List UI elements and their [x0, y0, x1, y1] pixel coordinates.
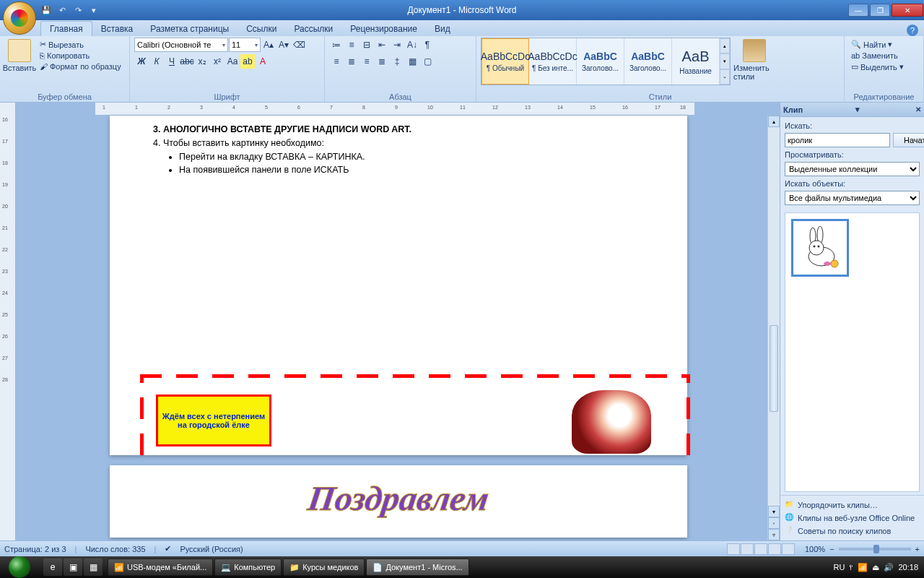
tray-safely-remove-icon[interactable]: ⏏: [872, 563, 879, 572]
next-page-icon[interactable]: ▿: [768, 529, 780, 540]
show-marks-icon[interactable]: ¶: [420, 38, 435, 52]
prev-page-icon[interactable]: ◦: [768, 517, 780, 529]
style-heading1[interactable]: AaBbCЗаголово...: [577, 38, 624, 85]
maximize-button[interactable]: ❐: [870, 4, 890, 17]
font-color-icon[interactable]: A: [256, 54, 270, 69]
tab-view[interactable]: Вид: [426, 22, 459, 36]
clip-online-link[interactable]: 🌐Клипы на веб-узле Office Online: [785, 512, 920, 525]
indent-inc-icon[interactable]: ⇥: [390, 38, 404, 52]
undo-icon[interactable]: ↶: [56, 4, 68, 16]
multilevel-icon[interactable]: ⊟: [359, 38, 374, 52]
vertical-ruler[interactable]: 161718 192021 222324 252627 28: [0, 103, 16, 540]
change-styles-button[interactable]: Изменить стили: [733, 38, 775, 81]
yellow-callout[interactable]: Ждём всех с нетерпением на городской ёлк…: [156, 394, 271, 447]
sort-icon[interactable]: A↓: [405, 38, 419, 52]
zoom-out-icon[interactable]: −: [829, 545, 834, 553]
clip-browse-select[interactable]: Выделенные коллекции: [785, 162, 920, 176]
clip-tips-link[interactable]: ❔Советы по поиску клипов: [785, 525, 920, 538]
redo-icon[interactable]: ↷: [72, 4, 84, 16]
clip-pane-menu-icon[interactable]: ▾: [855, 105, 860, 114]
tab-home[interactable]: Главная: [40, 21, 92, 36]
tab-mailings[interactable]: Рассылки: [285, 22, 341, 36]
santa-clipart[interactable]: [572, 390, 651, 454]
subscript-icon[interactable]: x₂: [195, 54, 209, 69]
tray-lang[interactable]: RU: [834, 563, 845, 571]
tray-network-icon[interactable]: ⫯: [849, 563, 853, 571]
underline-icon[interactable]: Ч: [165, 54, 179, 69]
scroll-thumb[interactable]: [770, 325, 778, 412]
word-count[interactable]: Число слов: 335: [85, 545, 145, 553]
minimize-button[interactable]: —: [848, 4, 868, 17]
clip-organize-link[interactable]: 📁Упорядочить клипы…: [785, 499, 920, 512]
clip-result-rabbit[interactable]: [791, 219, 849, 277]
justify-icon[interactable]: ≣: [375, 54, 389, 69]
numbering-icon[interactable]: ≡: [344, 38, 359, 52]
clip-go-button[interactable]: Начать: [893, 133, 924, 147]
align-right-icon[interactable]: ≡: [359, 54, 374, 69]
tab-references[interactable]: Ссылки: [237, 22, 285, 36]
style-normal[interactable]: AaBbCcDc¶ Обычный: [481, 38, 529, 85]
find-button[interactable]: 🔍 Найти ▾: [849, 39, 906, 50]
vertical-scrollbar[interactable]: ▴ ▾ ◦ ▿: [767, 116, 780, 540]
zoom-level[interactable]: 100%: [805, 545, 825, 553]
italic-icon[interactable]: К: [149, 54, 164, 69]
superscript-icon[interactable]: x²: [210, 54, 225, 69]
style-title[interactable]: АаВНазвание: [672, 38, 720, 85]
styles-gallery[interactable]: AaBbCcDc¶ Обычный AaBbCcDc¶ Без инте... …: [481, 38, 731, 85]
font-name-combo[interactable]: Calibri (Основной те▾: [134, 38, 228, 52]
scroll-down-icon[interactable]: ▾: [768, 506, 780, 517]
scroll-up-icon[interactable]: ▴: [768, 116, 780, 127]
spellcheck-icon[interactable]: ✔: [165, 544, 171, 553]
replace-button[interactable]: ab Заменить: [849, 51, 906, 61]
tab-insert[interactable]: Вставка: [92, 22, 142, 36]
zoom-in-icon[interactable]: +: [915, 545, 920, 553]
tab-page-layout[interactable]: Разметка страницы: [141, 22, 237, 36]
clip-search-input[interactable]: [785, 133, 890, 147]
clip-objects-select[interactable]: Все файлы мультимедиа: [785, 191, 920, 205]
tray-clock[interactable]: 20:18: [898, 563, 918, 571]
wordart-text[interactable]: Поздравлем: [107, 478, 690, 518]
shading-icon[interactable]: ▦: [405, 54, 419, 69]
tab-review[interactable]: Рецензирование: [341, 22, 426, 36]
cut-button[interactable]: ✂ Вырезать: [38, 39, 123, 50]
start-button[interactable]: [0, 556, 39, 578]
copy-button[interactable]: ⎘ Копировать: [38, 51, 123, 61]
explorer-icon[interactable]: ▣: [64, 558, 82, 576]
paste-button[interactable]: Вставить: [4, 38, 35, 72]
save-icon[interactable]: 💾: [40, 4, 52, 16]
align-left-icon[interactable]: ≡: [329, 54, 344, 69]
document-page-2[interactable]: Поздравлем: [110, 465, 687, 538]
format-painter-button[interactable]: 🖌 Формат по образцу: [38, 61, 123, 72]
change-case-icon[interactable]: Aa: [225, 54, 240, 69]
taskbar-computer[interactable]: 💻 Компьютер: [214, 558, 282, 576]
ie-icon[interactable]: e: [43, 558, 62, 576]
indent-dec-icon[interactable]: ⇤: [375, 38, 389, 52]
language-status[interactable]: Русский (Россия): [180, 545, 243, 553]
grow-font-icon[interactable]: A▴: [261, 38, 276, 52]
align-center-icon[interactable]: ≣: [344, 54, 359, 69]
office-button[interactable]: [3, 1, 36, 35]
shrink-font-icon[interactable]: A▾: [276, 38, 291, 52]
clip-pane-close-icon[interactable]: ✕: [915, 105, 921, 113]
document-page[interactable]: 3. АНОЛОГИЧНО ВСТАВТЕ ДРУГИЕ НАДПИСИ WOR…: [110, 116, 687, 455]
strike-icon[interactable]: abc: [180, 54, 194, 69]
bullets-icon[interactable]: ≔: [329, 38, 344, 52]
view-buttons[interactable]: [727, 543, 795, 555]
line-spacing-icon[interactable]: ‡: [390, 54, 404, 69]
select-button[interactable]: ▭ Выделить ▾: [849, 61, 906, 72]
borders-icon[interactable]: ▢: [420, 54, 435, 69]
gallery-scroll[interactable]: ▴▾⌄: [720, 38, 730, 85]
ql-icon[interactable]: ▦: [84, 558, 103, 576]
bold-icon[interactable]: Ж: [134, 54, 149, 69]
close-button[interactable]: ✕: [892, 4, 923, 17]
zoom-slider[interactable]: [839, 548, 911, 551]
help-icon[interactable]: ?: [907, 25, 918, 36]
taskbar-usb-modem[interactable]: 📶 USB-модем «Билай...: [108, 558, 213, 576]
style-no-spacing[interactable]: AaBbCcDc¶ Без инте...: [529, 38, 577, 85]
tray-wifi-icon[interactable]: 📶: [858, 563, 868, 572]
page-status[interactable]: Страница: 2 из 3: [4, 545, 66, 553]
font-size-combo[interactable]: 11▾: [229, 38, 261, 52]
taskbar-word[interactable]: 📄 Документ1 - Micros...: [366, 558, 468, 576]
horizontal-ruler[interactable]: 112 345 678 91011 121314 151617 18: [95, 103, 694, 116]
style-heading2[interactable]: AaBbCЗаголово...: [624, 38, 672, 85]
